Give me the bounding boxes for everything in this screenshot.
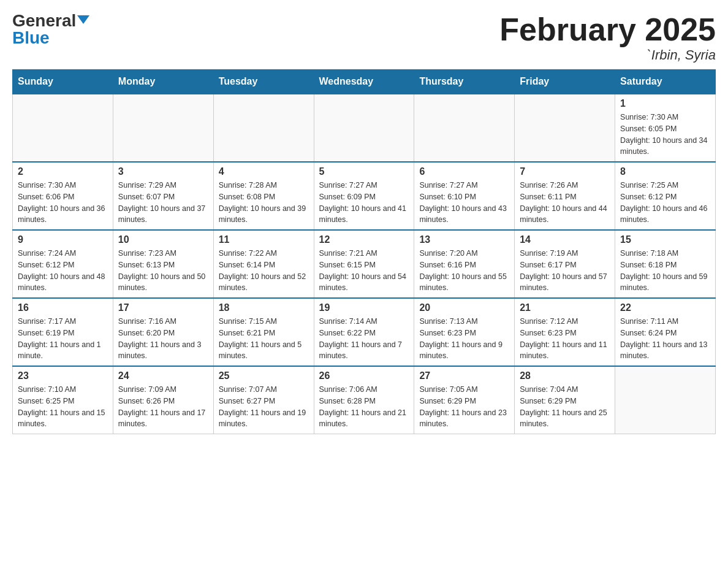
- calendar-cell-w2-d2: 11Sunrise: 7:22 AMSunset: 6:14 PMDayligh…: [213, 230, 314, 298]
- logo-general-text: General: [12, 12, 76, 29]
- day-info-17: Sunrise: 7:16 AMSunset: 6:20 PMDaylight:…: [118, 316, 208, 362]
- day-number-5: 5: [319, 166, 409, 177]
- month-title: February 2025: [499, 12, 716, 47]
- week-row-2: 9Sunrise: 7:24 AMSunset: 6:12 PMDaylight…: [13, 230, 716, 298]
- page-header: General Blue February 2025 `Irbin, Syria: [12, 12, 716, 63]
- calendar-cell-w4-d4: 27Sunrise: 7:05 AMSunset: 6:29 PMDayligh…: [414, 366, 515, 434]
- day-number-28: 28: [520, 370, 610, 381]
- day-info-2: Sunrise: 7:30 AMSunset: 6:06 PMDaylight:…: [18, 180, 108, 226]
- calendar-cell-w2-d5: 14Sunrise: 7:19 AMSunset: 6:17 PMDayligh…: [515, 230, 615, 298]
- calendar-cell-w1-d4: 6Sunrise: 7:27 AMSunset: 6:10 PMDaylight…: [414, 162, 515, 230]
- day-info-11: Sunrise: 7:22 AMSunset: 6:14 PMDaylight:…: [219, 248, 309, 294]
- header-monday: Monday: [113, 70, 213, 94]
- calendar-cell-w0-d5: [515, 94, 615, 162]
- day-info-18: Sunrise: 7:15 AMSunset: 6:21 PMDaylight:…: [219, 316, 309, 362]
- week-row-4: 23Sunrise: 7:10 AMSunset: 6:25 PMDayligh…: [13, 366, 716, 434]
- day-info-3: Sunrise: 7:29 AMSunset: 6:07 PMDaylight:…: [118, 180, 208, 226]
- calendar-cell-w1-d5: 7Sunrise: 7:26 AMSunset: 6:11 PMDaylight…: [515, 162, 615, 230]
- day-info-5: Sunrise: 7:27 AMSunset: 6:09 PMDaylight:…: [319, 180, 409, 226]
- day-number-20: 20: [419, 302, 509, 313]
- calendar-cell-w3-d4: 20Sunrise: 7:13 AMSunset: 6:23 PMDayligh…: [414, 298, 515, 366]
- day-info-23: Sunrise: 7:10 AMSunset: 6:25 PMDaylight:…: [18, 384, 108, 430]
- day-number-16: 16: [18, 302, 108, 313]
- day-info-13: Sunrise: 7:20 AMSunset: 6:16 PMDaylight:…: [419, 248, 509, 294]
- day-info-1: Sunrise: 7:30 AMSunset: 6:05 PMDaylight:…: [620, 112, 710, 158]
- calendar-cell-w2-d0: 9Sunrise: 7:24 AMSunset: 6:12 PMDaylight…: [13, 230, 113, 298]
- calendar-cell-w1-d0: 2Sunrise: 7:30 AMSunset: 6:06 PMDaylight…: [13, 162, 113, 230]
- day-number-23: 23: [18, 370, 108, 381]
- calendar-cell-w4-d3: 26Sunrise: 7:06 AMSunset: 6:28 PMDayligh…: [314, 366, 414, 434]
- day-number-1: 1: [620, 98, 710, 109]
- calendar-cell-w1-d1: 3Sunrise: 7:29 AMSunset: 6:07 PMDaylight…: [113, 162, 213, 230]
- day-number-6: 6: [419, 166, 509, 177]
- day-number-8: 8: [620, 166, 710, 177]
- calendar-cell-w4-d0: 23Sunrise: 7:10 AMSunset: 6:25 PMDayligh…: [13, 366, 113, 434]
- calendar-cell-w3-d1: 17Sunrise: 7:16 AMSunset: 6:20 PMDayligh…: [113, 298, 213, 366]
- week-row-0: 1Sunrise: 7:30 AMSunset: 6:05 PMDaylight…: [13, 94, 716, 162]
- calendar-cell-w0-d2: [213, 94, 314, 162]
- day-number-25: 25: [219, 370, 309, 381]
- day-number-17: 17: [118, 302, 208, 313]
- calendar-cell-w1-d6: 8Sunrise: 7:25 AMSunset: 6:12 PMDaylight…: [615, 162, 716, 230]
- day-number-4: 4: [219, 166, 309, 177]
- day-number-11: 11: [219, 234, 309, 245]
- day-number-3: 3: [118, 166, 208, 177]
- day-number-14: 14: [520, 234, 610, 245]
- day-info-14: Sunrise: 7:19 AMSunset: 6:17 PMDaylight:…: [520, 248, 610, 294]
- calendar-cell-w2-d1: 10Sunrise: 7:23 AMSunset: 6:13 PMDayligh…: [113, 230, 213, 298]
- day-info-24: Sunrise: 7:09 AMSunset: 6:26 PMDaylight:…: [118, 384, 208, 430]
- logo-arrow-icon: [77, 15, 89, 24]
- header-wednesday: Wednesday: [314, 70, 414, 94]
- day-info-8: Sunrise: 7:25 AMSunset: 6:12 PMDaylight:…: [620, 180, 710, 226]
- calendar-cell-w1-d2: 4Sunrise: 7:28 AMSunset: 6:08 PMDaylight…: [213, 162, 314, 230]
- day-number-21: 21: [520, 302, 610, 313]
- calendar-cell-w0-d1: [113, 94, 213, 162]
- day-info-26: Sunrise: 7:06 AMSunset: 6:28 PMDaylight:…: [319, 384, 409, 430]
- day-info-12: Sunrise: 7:21 AMSunset: 6:15 PMDaylight:…: [319, 248, 409, 294]
- title-section: February 2025 `Irbin, Syria: [499, 12, 716, 63]
- header-thursday: Thursday: [414, 70, 515, 94]
- header-sunday: Sunday: [13, 70, 113, 94]
- header-saturday: Saturday: [615, 70, 716, 94]
- calendar-cell-w3-d2: 18Sunrise: 7:15 AMSunset: 6:21 PMDayligh…: [213, 298, 314, 366]
- day-number-27: 27: [419, 370, 509, 381]
- location: `Irbin, Syria: [499, 47, 716, 63]
- calendar-cell-w1-d3: 5Sunrise: 7:27 AMSunset: 6:09 PMDaylight…: [314, 162, 414, 230]
- day-number-2: 2: [18, 166, 108, 177]
- day-number-24: 24: [118, 370, 208, 381]
- logo: General Blue: [12, 12, 89, 47]
- calendar-cell-w4-d2: 25Sunrise: 7:07 AMSunset: 6:27 PMDayligh…: [213, 366, 314, 434]
- day-number-26: 26: [319, 370, 409, 381]
- week-row-3: 16Sunrise: 7:17 AMSunset: 6:19 PMDayligh…: [13, 298, 716, 366]
- day-info-9: Sunrise: 7:24 AMSunset: 6:12 PMDaylight:…: [18, 248, 108, 294]
- day-info-6: Sunrise: 7:27 AMSunset: 6:10 PMDaylight:…: [419, 180, 509, 226]
- day-number-18: 18: [219, 302, 309, 313]
- calendar-cell-w4-d1: 24Sunrise: 7:09 AMSunset: 6:26 PMDayligh…: [113, 366, 213, 434]
- day-number-9: 9: [18, 234, 108, 245]
- day-number-12: 12: [319, 234, 409, 245]
- day-number-7: 7: [520, 166, 610, 177]
- day-info-27: Sunrise: 7:05 AMSunset: 6:29 PMDaylight:…: [419, 384, 509, 430]
- day-number-15: 15: [620, 234, 710, 245]
- week-row-1: 2Sunrise: 7:30 AMSunset: 6:06 PMDaylight…: [13, 162, 716, 230]
- day-number-22: 22: [620, 302, 710, 313]
- day-info-21: Sunrise: 7:12 AMSunset: 6:23 PMDaylight:…: [520, 316, 610, 362]
- day-number-10: 10: [118, 234, 208, 245]
- calendar-cell-w3-d0: 16Sunrise: 7:17 AMSunset: 6:19 PMDayligh…: [13, 298, 113, 366]
- calendar-cell-w2-d6: 15Sunrise: 7:18 AMSunset: 6:18 PMDayligh…: [615, 230, 716, 298]
- calendar-cell-w0-d3: [314, 94, 414, 162]
- day-number-19: 19: [319, 302, 409, 313]
- logo-blue-text: Blue: [12, 29, 50, 47]
- day-info-16: Sunrise: 7:17 AMSunset: 6:19 PMDaylight:…: [18, 316, 108, 362]
- calendar-cell-w3-d3: 19Sunrise: 7:14 AMSunset: 6:22 PMDayligh…: [314, 298, 414, 366]
- day-number-13: 13: [419, 234, 509, 245]
- calendar-cell-w3-d6: 22Sunrise: 7:11 AMSunset: 6:24 PMDayligh…: [615, 298, 716, 366]
- header-tuesday: Tuesday: [213, 70, 314, 94]
- day-info-25: Sunrise: 7:07 AMSunset: 6:27 PMDaylight:…: [219, 384, 309, 430]
- day-info-7: Sunrise: 7:26 AMSunset: 6:11 PMDaylight:…: [520, 180, 610, 226]
- calendar-cell-w2-d4: 13Sunrise: 7:20 AMSunset: 6:16 PMDayligh…: [414, 230, 515, 298]
- calendar-table: Sunday Monday Tuesday Wednesday Thursday…: [12, 69, 716, 434]
- day-info-28: Sunrise: 7:04 AMSunset: 6:29 PMDaylight:…: [520, 384, 610, 430]
- day-info-22: Sunrise: 7:11 AMSunset: 6:24 PMDaylight:…: [620, 316, 710, 362]
- calendar-cell-w3-d5: 21Sunrise: 7:12 AMSunset: 6:23 PMDayligh…: [515, 298, 615, 366]
